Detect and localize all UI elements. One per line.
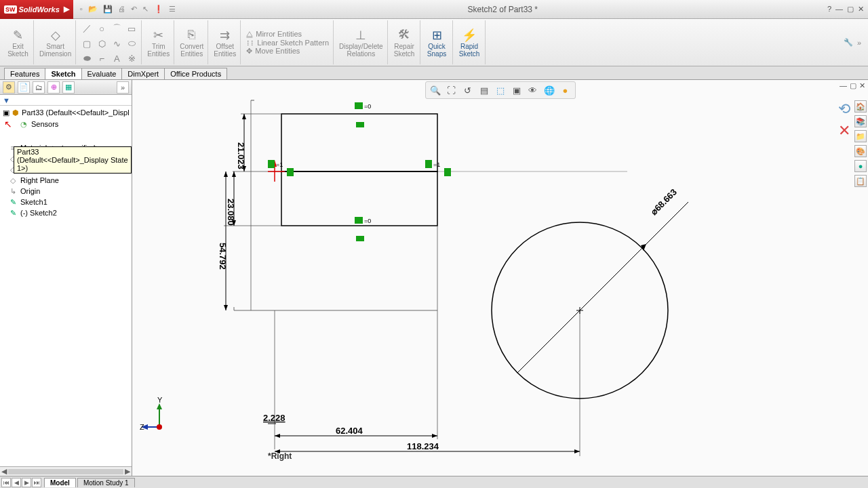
ellipse-icon[interactable]: ⬭ xyxy=(125,37,138,50)
rel-eq1a[interactable]: =1 xyxy=(276,161,283,168)
nav-last-icon[interactable]: ⏭ xyxy=(32,478,41,487)
maximize-icon[interactable]: ▢ xyxy=(847,5,854,14)
slot-icon[interactable]: ⬬ xyxy=(80,52,94,65)
tree-scroll[interactable]: ◀ ▶ xyxy=(0,466,132,476)
nav-first-icon[interactable]: ⏮ xyxy=(1,478,11,487)
svg-rect-40 xyxy=(287,168,294,176)
tree-sketch1[interactable]: ✎ Sketch1 xyxy=(0,197,132,207)
command-tabs: Features Sketch Evaluate DimXpert Office… xyxy=(0,66,868,80)
scroll-right-icon[interactable]: ▶ xyxy=(125,467,130,476)
polygon-icon[interactable]: ⬡ xyxy=(95,37,108,50)
convert-button[interactable]: ⎘ Convert Entities xyxy=(176,20,208,64)
dim-21[interactable]: 21.023 xyxy=(236,142,246,169)
svg-marker-26 xyxy=(275,434,280,438)
spline-icon[interactable]: ∿ xyxy=(110,37,123,50)
offset-button[interactable]: ⇉ Offset Entities xyxy=(210,20,241,64)
filter-icon: ▼ xyxy=(3,96,10,104)
app-logo[interactable]: SW SolidWorks ▶ xyxy=(0,0,73,19)
text-icon[interactable]: A xyxy=(110,52,123,65)
save-icon[interactable]: 💾 xyxy=(103,5,113,14)
arc-icon[interactable]: ⌒ xyxy=(110,22,123,35)
scroll-left-icon[interactable]: ◀ xyxy=(1,467,7,476)
minimize-icon[interactable]: — xyxy=(835,5,843,14)
open-icon[interactable]: 📂 xyxy=(88,5,98,14)
graphics-area[interactable]: 🔍 ⛶ ↺ ▤ ⬚ ▣ 👁 🌐 ● — ▢ ✕ ⟲ ✕ 🏠 📚 📁 🎨 ● 📋 xyxy=(132,80,868,476)
dim-23[interactable]: 23.080 xyxy=(226,199,236,226)
tree-collapse-icon[interactable]: » xyxy=(117,81,129,94)
svg-line-33 xyxy=(517,202,688,373)
mirror-button[interactable]: ⧋Mirror Entities xyxy=(246,30,302,39)
expand-icon[interactable]: ▣ xyxy=(3,108,9,117)
dim-diameter[interactable]: ⌀68.663 xyxy=(649,187,679,217)
tree-filter-bar[interactable]: ▼ xyxy=(0,95,132,106)
linear-pattern-button[interactable]: ⫶⫶Linear Sketch Pattern xyxy=(246,39,329,47)
new-icon[interactable]: ▫ xyxy=(80,5,83,14)
dim-118[interactable]: 118.234 xyxy=(407,441,439,451)
customize-icon[interactable]: 🔧 xyxy=(844,38,853,47)
expand-icon[interactable]: » xyxy=(857,39,861,47)
tab-evaluate[interactable]: Evaluate xyxy=(81,68,123,79)
rapid-label: Rapid Sketch xyxy=(459,43,480,58)
tree-tab-display-icon[interactable]: ▦ xyxy=(62,81,75,94)
corner-rect-icon[interactable]: ▢ xyxy=(80,37,94,50)
tree-right-plane[interactable]: ◇ Right Plane xyxy=(0,175,132,186)
undo-icon[interactable]: ↶ xyxy=(131,5,137,14)
nav-next-icon[interactable]: ▶ xyxy=(22,478,31,487)
tab-dimxpert[interactable]: DimXpert xyxy=(121,68,165,79)
tree-root[interactable]: ▣ ⬢ Part33 (Default<<Default>_Displ xyxy=(0,107,132,118)
feature-tree-pane: ⚙ 📄 🗂 ⊕ ▦ » ▼ ▣ ⬢ Part33 (Default<<Defau… xyxy=(0,80,132,476)
select-icon[interactable]: ↖ xyxy=(142,5,149,14)
dim-2[interactable]: 2.228 xyxy=(263,413,285,423)
quick-snaps-button[interactable]: ⊞ Quick Snaps xyxy=(422,20,453,64)
svg-rect-39 xyxy=(268,160,275,168)
quick-access-toolbar: ▫ 📂 💾 🖨 ↶ ↖ ❗ ☰ xyxy=(73,5,182,14)
dim-62[interactable]: 62.404 xyxy=(336,426,363,436)
tree-tab-config-icon[interactable]: 🗂 xyxy=(33,81,45,94)
svg-rect-37 xyxy=(355,102,363,109)
rel-eq0a[interactable]: =0 xyxy=(364,103,371,110)
offset-label: Offset Entities xyxy=(214,43,236,58)
tree-tab-property-icon[interactable]: 📄 xyxy=(18,81,30,94)
rect-icon[interactable]: ▭ xyxy=(125,22,138,35)
tab-sketch[interactable]: Sketch xyxy=(45,68,81,79)
exit-sketch-label: Exit Sketch xyxy=(7,43,28,58)
tab-model[interactable]: Model xyxy=(44,478,76,487)
tab-office[interactable]: Office Products xyxy=(164,68,227,79)
tree-sketch2[interactable]: ✎ (-) Sketch2 xyxy=(0,207,132,218)
smart-dimension-button[interactable]: ◇ Smart Dimension xyxy=(35,20,76,64)
move-icon: ✥ xyxy=(246,47,252,56)
app-menu-chevron[interactable]: ▶ xyxy=(64,5,69,14)
convert-label: Convert Entities xyxy=(180,43,203,58)
circle-icon[interactable]: ○ xyxy=(95,22,108,35)
dim-54[interactable]: 54.792 xyxy=(218,243,228,270)
part-icon: ⬢ xyxy=(12,108,19,117)
svg-marker-46 xyxy=(157,403,162,409)
tree-sensors[interactable]: ↖ ◔ Sensors xyxy=(0,118,132,130)
point-icon[interactable]: ※ xyxy=(125,52,138,65)
scroll-track[interactable] xyxy=(8,469,123,474)
rebuild-icon[interactable]: ❗ xyxy=(154,5,163,14)
quicksnaps-icon: ⊞ xyxy=(432,28,442,43)
fillet-icon[interactable]: ⌐ xyxy=(95,52,108,65)
rapid-sketch-button[interactable]: ⚡ Rapid Sketch xyxy=(454,20,486,64)
line-icon[interactable]: ／ xyxy=(80,22,94,35)
move-button[interactable]: ✥Move Entities xyxy=(246,47,300,56)
exit-sketch-button[interactable]: ✎ Exit Sketch xyxy=(3,20,34,64)
help-icon[interactable]: ? xyxy=(827,5,831,14)
tab-motion[interactable]: Motion Study 1 xyxy=(77,478,135,487)
display-relations-button[interactable]: ⊥ Display/Delete Relations xyxy=(335,20,387,64)
tab-features[interactable]: Features xyxy=(4,68,45,79)
bottom-tabs: ⏮ ◀ ▶ ⏭ Model Motion Study 1 xyxy=(0,476,868,488)
svg-marker-17 xyxy=(224,171,228,177)
tree-tab-feature-icon[interactable]: ⚙ xyxy=(3,81,15,94)
repair-sketch-button[interactable]: 🛠 Repair Sketch xyxy=(389,20,420,64)
options-icon[interactable]: ☰ xyxy=(169,5,176,14)
close-icon[interactable]: ✕ xyxy=(858,5,864,14)
tree-origin[interactable]: ↳ Origin xyxy=(0,186,132,197)
rel-eq1b[interactable]: =1 xyxy=(433,161,440,168)
trim-button[interactable]: ✂ Trim Entities xyxy=(143,20,174,64)
tree-tab-dim-icon[interactable]: ⊕ xyxy=(47,81,60,94)
nav-prev-icon[interactable]: ◀ xyxy=(12,478,21,487)
rel-eq0b[interactable]: =0 xyxy=(364,218,371,224)
print-icon[interactable]: 🖨 xyxy=(118,5,125,14)
